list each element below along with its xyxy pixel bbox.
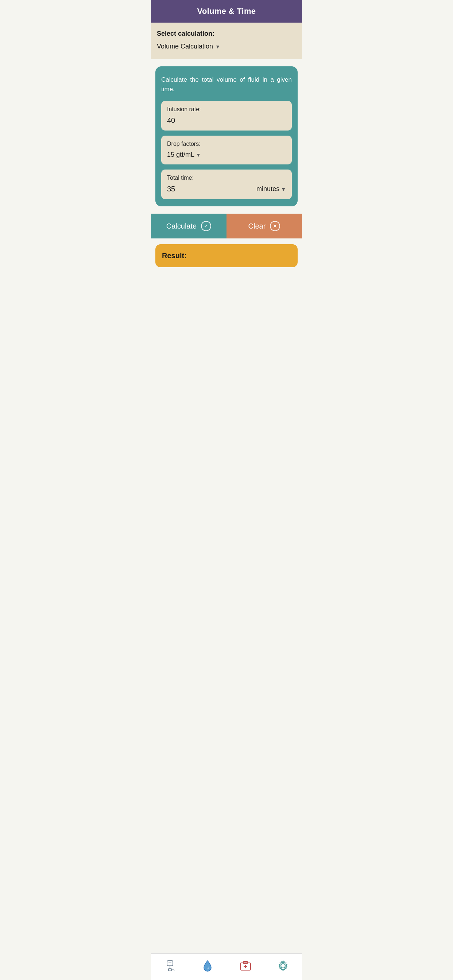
total-time-value[interactable]: 35 [167, 185, 175, 193]
select-section: Select calculation: Volume Calculation ▼ [151, 22, 302, 59]
gear-icon [276, 959, 290, 973]
result-section: Result: [155, 244, 298, 267]
time-unit-dropdown[interactable]: minutes ▼ [257, 185, 286, 193]
card-description: Calculate the total volume of fluid in a… [161, 75, 292, 94]
clear-label: Clear [248, 222, 266, 231]
first-aid-kit-icon [239, 959, 252, 973]
drop-icon [201, 959, 214, 973]
infusion-rate-value[interactable]: 40 [167, 116, 286, 125]
nav-item-drop[interactable] [196, 958, 219, 974]
chevron-down-icon: ▼ [215, 44, 220, 49]
main-card: Calculate the total volume of fluid in a… [155, 66, 298, 206]
drop-factors-label: Drop factors: [167, 141, 286, 147]
drop-factors-value: 15 gtt/mL [167, 151, 195, 159]
calculation-dropdown[interactable]: Volume Calculation ▼ [157, 43, 296, 50]
infusion-rate-label: Infusion rate: [167, 106, 286, 113]
calculate-button[interactable]: Calculate ✓ [151, 214, 226, 239]
chevron-down-icon: ▼ [281, 186, 286, 192]
time-unit-value: minutes [257, 185, 279, 193]
app-title: Volume & Time [197, 6, 256, 16]
total-time-label: Total time: [167, 175, 286, 181]
svg-rect-2 [169, 969, 171, 971]
total-time-field[interactable]: Total time: 35 minutes ▼ [161, 170, 292, 199]
nav-item-settings[interactable] [272, 958, 294, 974]
infusion-rate-field[interactable]: Infusion rate: 40 [161, 101, 292, 130]
x-circle-icon: ✕ [270, 221, 280, 231]
iv-drip-icon [163, 959, 177, 973]
nav-item-kit[interactable] [234, 958, 257, 974]
drop-factors-dropdown[interactable]: 15 gtt/mL ▼ [167, 151, 286, 159]
svg-point-10 [281, 964, 285, 968]
calculation-selected: Volume Calculation [157, 43, 213, 50]
drop-factors-field[interactable]: Drop factors: 15 gtt/mL ▼ [161, 135, 292, 164]
select-label: Select calculation: [157, 30, 296, 38]
clear-button[interactable]: Clear ✕ [226, 214, 302, 239]
app-header: Volume & Time [151, 0, 302, 22]
nav-item-iv-drip[interactable] [159, 958, 181, 974]
svg-rect-0 [167, 961, 173, 966]
check-circle-icon: ✓ [201, 221, 211, 231]
calculate-label: Calculate [166, 222, 196, 231]
chevron-down-icon: ▼ [196, 152, 201, 158]
bottom-nav [151, 953, 302, 980]
svg-line-5 [174, 970, 174, 970]
result-label: Result: [162, 251, 291, 260]
action-buttons: Calculate ✓ Clear ✕ [151, 214, 302, 239]
